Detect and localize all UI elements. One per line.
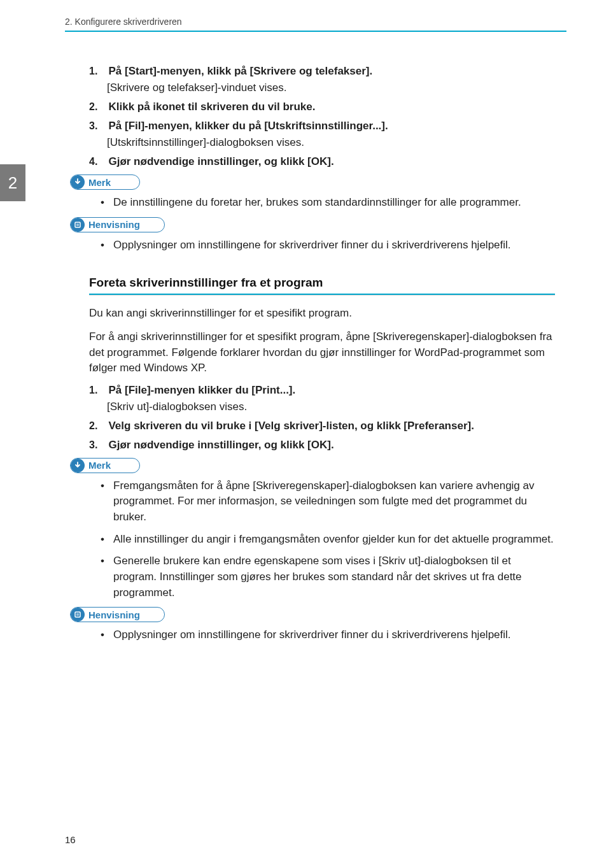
svg-rect-1	[75, 612, 80, 617]
svg-rect-0	[75, 222, 80, 227]
henvisning-list-1: Opplysninger om innstillingene for skriv…	[101, 238, 555, 253]
chapter-tab: 2	[0, 164, 25, 201]
running-head: 2. Konfigurere skriverdriveren	[65, 17, 182, 27]
step-number: 1.	[89, 385, 106, 396]
merk-list-2: Fremgangsmåten for å åpne [Skriveregensk…	[101, 478, 555, 601]
step-number: 2.	[89, 101, 106, 113]
merk-list-1: De innstillingene du foretar her, brukes…	[101, 195, 555, 211]
paragraph: Du kan angi skriverinnstillinger for et …	[89, 306, 555, 322]
list-item: Opplysninger om innstillingene for skriv…	[101, 238, 555, 253]
list-item: Fremgangsmåten for å åpne [Skriveregensk…	[101, 478, 555, 525]
callout-label: Henvisning	[88, 609, 140, 620]
steps-list-1: 1. På [Start]-menyen, klikk på [Skrivere…	[89, 65, 555, 168]
main-content: 1. På [Start]-menyen, klikk på [Skrivere…	[89, 65, 555, 650]
header-rule	[65, 31, 566, 32]
steps-list-2: 1. På [File]-menyen klikker du [Print...…	[89, 384, 555, 452]
section-title: Foreta skriverinnstillinger fra et progr…	[89, 276, 555, 290]
arrow-down-icon	[71, 459, 85, 473]
arrow-down-icon	[71, 175, 85, 189]
merk-callout: Merk	[70, 458, 140, 473]
callout-label: Henvisning	[88, 219, 140, 230]
reference-icon	[71, 218, 85, 232]
henvisning-callout: Henvisning	[70, 607, 165, 622]
paragraph: For å angi skriverinnstillinger for et s…	[89, 329, 555, 376]
step-text: Klikk på ikonet til skriveren du vil bru…	[108, 101, 315, 113]
step-text: Gjør nødvendige innstillinger, og klikk …	[108, 439, 334, 451]
step-sub: [Skriv ut]-dialogboksen vises.	[107, 401, 555, 413]
step-number: 4.	[89, 156, 106, 167]
list-item: Opplysninger om innstillingene for skriv…	[101, 627, 555, 643]
callout-label: Merk	[88, 460, 111, 471]
list-item: Generelle brukere kan endre egenskapene …	[101, 553, 555, 601]
step-text: På [Start]-menyen, klikk på [Skrivere og…	[108, 65, 372, 77]
henvisning-callout: Henvisning	[70, 217, 165, 232]
reference-icon	[71, 608, 85, 622]
merk-callout: Merk	[70, 174, 140, 190]
step-number: 3.	[89, 439, 106, 451]
step-number: 2.	[89, 420, 106, 432]
step-text: På [File]-menyen klikker du [Print...].	[108, 384, 295, 396]
list-item: De innstillingene du foretar her, brukes…	[101, 195, 555, 211]
step-text: På [Fil]-menyen, klikker du på [Utskrift…	[108, 120, 388, 132]
step-text: Gjør nødvendige innstillinger, og klikk …	[108, 155, 334, 167]
step-number: 1.	[89, 66, 106, 77]
step-text: Velg skriveren du vil bruke i [Velg skri…	[108, 420, 474, 432]
page-number: 16	[65, 834, 76, 845]
henvisning-list-2: Opplysninger om innstillingene for skriv…	[101, 627, 555, 643]
callout-label: Merk	[88, 177, 111, 188]
section-rule	[89, 294, 555, 295]
step-sub: [Skrivere og telefakser]-vinduet vises.	[107, 82, 555, 94]
list-item: Alle innstillinger du angir i fremgangsm…	[101, 532, 555, 548]
step-number: 3.	[89, 120, 106, 132]
step-sub: [Utskriftsinnstillinger]-dialogboksen vi…	[107, 136, 555, 149]
